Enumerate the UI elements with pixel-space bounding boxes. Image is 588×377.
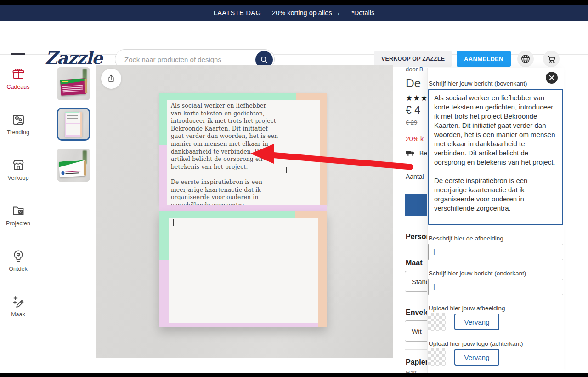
letterbox-top (0, 0, 588, 5)
shipping-row: Be (406, 149, 427, 157)
message-top-label: Schrijf hier jouw bericht (bovenkant) (429, 80, 527, 87)
thumbnail-card-back[interactable] (57, 149, 90, 182)
promo-discount-link[interactable]: 20% korting op alles → (272, 9, 340, 17)
zazzle-logo[interactable]: Zazzle (45, 48, 102, 68)
storefront-icon (11, 158, 26, 172)
thumbnail-card-inside[interactable] (57, 108, 90, 141)
sidebar-item-label: Ontdek (9, 266, 27, 272)
create-pencil-icon (11, 294, 26, 309)
sidebar-item-label: Cadeaus (6, 84, 29, 90)
product-title: De (406, 76, 421, 91)
trending-icon (11, 112, 26, 127)
share-icon (106, 73, 117, 84)
promo-banner: LAATSTE DAG 20% korting op alles → *Deta… (0, 5, 588, 21)
text-caret (286, 167, 287, 173)
sidebar-item-label: Verkoop (8, 175, 29, 181)
header: Zazzle VERKOOP OP ZAZZLE AANMELDEN (0, 21, 588, 55)
close-icon (549, 75, 554, 80)
product-price: € 4 (406, 104, 420, 116)
search-icon (259, 55, 269, 65)
card-bottom-panel (159, 211, 327, 327)
rating-stars[interactable]: ★★★★★ (406, 93, 427, 103)
close-panel-button[interactable] (546, 72, 558, 84)
promo-details-link[interactable]: *Details (351, 9, 374, 17)
replace-image-button[interactable]: Vervang (454, 314, 499, 330)
card-fold-band (159, 205, 327, 211)
message-bottom-input[interactable]: | (428, 279, 563, 295)
image-desc-label: Beschrijf hier de afbeelding (429, 235, 503, 242)
thumbnail-card-front[interactable] (57, 67, 90, 100)
zazzle-product-page: LAATSTE DAG 20% korting op alles → *Deta… (0, 0, 588, 377)
sidebar-item-trending[interactable]: Trending (0, 112, 36, 148)
sidebar-item-projecten[interactable]: Projecten (0, 203, 36, 239)
store-link[interactable]: B (419, 66, 424, 73)
image-placeholder-checker (428, 313, 446, 331)
paper-section-title: Papier (406, 358, 428, 366)
sidebar-item-label: Projecten (6, 220, 30, 227)
message-top-textarea[interactable]: Als sociaal werker en liefhebber van kor… (428, 89, 563, 225)
sidebar-item-label: Maak (11, 311, 25, 318)
size-section-title: Maat (406, 259, 422, 267)
byline: door B (406, 66, 423, 73)
sidebar-item-ontdek[interactable]: Ontdek (0, 249, 36, 285)
sidebar-item-label: Trending (7, 129, 29, 136)
gift-icon (11, 67, 26, 81)
sidebar-item-verkoop[interactable]: Verkoop (0, 158, 36, 194)
old-price: € 29 (406, 119, 417, 126)
discover-bulb-icon (11, 249, 26, 263)
promo-urgency-text: LAATSTE DAG (214, 9, 261, 17)
customize-panel: Schrijf hier jouw bericht (bovenkant) Al… (427, 68, 564, 373)
message-bottom-label: Schrijf hier jouw bericht (onderkant) (429, 270, 526, 277)
shipping-label: Be (419, 149, 427, 157)
discount-note: 20% k (406, 135, 424, 143)
image-desc-input[interactable]: | (428, 244, 563, 260)
letterbox-bottom (0, 373, 588, 377)
projects-folder-icon (11, 203, 26, 218)
sidebar-item-maak[interactable]: Maak (0, 294, 36, 330)
quantity-label: Aantal (406, 173, 424, 180)
upload-image-label: Upload hier jouw afbeelding (429, 305, 505, 312)
sidebar-nav: Cadeaus Trending Verkoop Projecten Ontde… (0, 55, 36, 373)
upload-logo-label: Upload hier jouw logo (achterkant) (429, 340, 523, 347)
sidebar-item-cadeaus[interactable]: Cadeaus (0, 67, 36, 103)
text-caret (173, 219, 174, 226)
card-printed-message: Als sociaal werker en liefhebber van kor… (171, 102, 318, 209)
product-image-viewer[interactable]: Als sociaal werker en liefhebber van kor… (96, 65, 393, 358)
share-button[interactable] (101, 69, 121, 89)
replace-logo-button[interactable]: Vervang (454, 349, 499, 366)
card-top-panel: Als sociaal werker en liefhebber van kor… (159, 93, 327, 205)
logo-placeholder-checker (428, 348, 446, 366)
truck-icon (406, 149, 415, 157)
